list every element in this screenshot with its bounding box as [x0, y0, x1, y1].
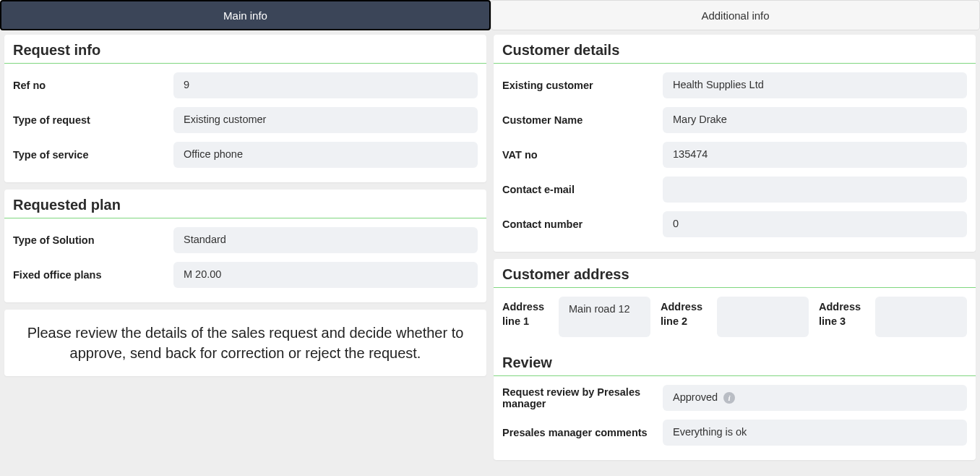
row-existing-customer: Existing customer Health Supplies Ltd — [502, 68, 967, 103]
row-vat-no: VAT no 135474 — [502, 137, 967, 172]
label-contact-email: Contact e-mail — [502, 184, 654, 195]
heading-requested-plan: Requested plan — [4, 190, 486, 218]
label-customer-name: Customer Name — [502, 114, 654, 126]
label-contact-number: Contact number — [502, 218, 654, 230]
heading-customer-address: Customer address — [494, 259, 976, 288]
value-contact-number: 0 — [663, 211, 967, 237]
row-customer-name: Customer Name Mary Drake — [502, 103, 967, 137]
label-presales-comments: Presales manager comments — [502, 427, 654, 438]
tab-main-info-label: Main info — [223, 9, 267, 22]
card-customer-details: Customer details Existing customer Healt… — [494, 35, 976, 252]
tab-additional-info[interactable]: Additional info — [491, 0, 980, 30]
value-presales-comments: Everything is ok — [663, 420, 967, 446]
row-type-of-solution: Type of Solution Standard — [13, 223, 478, 258]
value-vat-no: 135474 — [663, 142, 967, 168]
label-type-of-solution: Type of Solution — [13, 234, 165, 246]
row-contact-email: Contact e-mail — [502, 172, 967, 207]
value-type-of-solution: Standard — [173, 227, 478, 253]
right-column: Customer details Existing customer Healt… — [494, 35, 976, 460]
value-address-line-3 — [875, 297, 967, 337]
label-ref-no: Ref no — [13, 80, 165, 91]
label-fixed-office-plans: Fixed office plans — [13, 269, 165, 281]
row-ref-no: Ref no 9 — [13, 68, 478, 103]
info-icon[interactable]: i — [723, 392, 735, 404]
row-type-of-request: Type of request Existing customer — [13, 103, 478, 137]
label-address-line-2: Address line 2 — [661, 297, 711, 329]
left-column: Request info Ref no 9 Type of request Ex… — [4, 35, 486, 376]
heading-request-info: Request info — [4, 35, 486, 64]
tab-main-info[interactable]: Main info — [0, 0, 491, 30]
value-existing-customer: Health Supplies Ltd — [663, 72, 967, 98]
value-customer-name: Mary Drake — [663, 107, 967, 133]
value-type-of-service: Office phone — [173, 142, 478, 168]
card-customer-address: Customer address Address line 1 Main roa… — [494, 259, 976, 460]
label-address-line-1: Address line 1 — [502, 297, 553, 329]
group-address-line-3: Address line 3 — [819, 297, 967, 337]
value-presales-review-text: Approved — [673, 391, 718, 403]
instruction-text: Please review the details of the sales r… — [4, 310, 486, 376]
value-type-of-request: Existing customer — [173, 107, 478, 133]
card-request-info: Request info Ref no 9 Type of request Ex… — [4, 35, 486, 182]
row-type-of-service: Type of service Office phone — [13, 137, 478, 172]
value-contact-email — [663, 177, 967, 203]
label-existing-customer: Existing customer — [502, 80, 654, 91]
label-type-of-request: Type of request — [13, 114, 165, 126]
value-address-line-1: Main road 12 — [559, 297, 650, 337]
value-presales-review: Approved i — [663, 385, 967, 411]
group-address-line-1: Address line 1 Main road 12 — [502, 297, 650, 337]
row-address-lines: Address line 1 Main road 12 Address line… — [502, 292, 967, 341]
heading-customer-details: Customer details — [494, 35, 976, 64]
card-requested-plan: Requested plan Type of Solution Standard… — [4, 190, 486, 302]
value-ref-no: 9 — [173, 72, 478, 98]
tabbar: Main info Additional info — [0, 0, 980, 30]
heading-review: Review — [494, 344, 976, 376]
value-fixed-office-plans: M 20.00 — [173, 262, 478, 288]
label-presales-review: Request review by Presales manager — [502, 386, 654, 409]
label-vat-no: VAT no — [502, 149, 654, 161]
row-presales-comments: Presales manager comments Everything is … — [502, 415, 967, 450]
group-address-line-2: Address line 2 — [661, 297, 809, 337]
row-contact-number: Contact number 0 — [502, 207, 967, 242]
label-address-line-3: Address line 3 — [819, 297, 869, 329]
value-address-line-2 — [717, 297, 809, 337]
row-fixed-office-plans: Fixed office plans M 20.00 — [13, 258, 478, 292]
label-type-of-service: Type of service — [13, 149, 165, 161]
row-presales-review: Request review by Presales manager Appro… — [502, 381, 967, 415]
tab-additional-info-label: Additional info — [701, 9, 769, 22]
